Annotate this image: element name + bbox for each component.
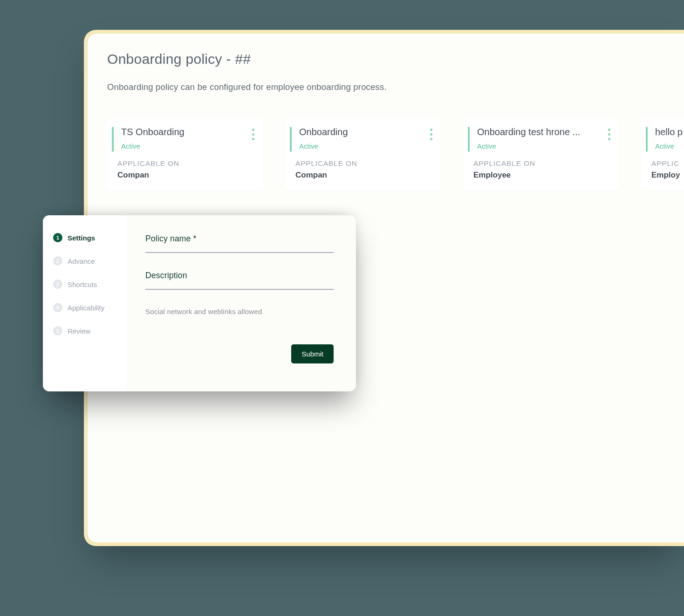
applicable-on-value: Employee bbox=[473, 171, 610, 180]
policy-card-title: hello p bbox=[651, 127, 684, 137]
step-applicability[interactable]: 4 Applicability bbox=[53, 303, 120, 312]
policy-card[interactable]: hello p Active APPLIC Employ bbox=[641, 118, 684, 190]
status-badge: Active bbox=[651, 142, 684, 150]
policy-card[interactable]: TS Onboarding Active APPLICABLE ON Compa… bbox=[107, 118, 263, 190]
input-underline bbox=[145, 252, 334, 253]
applicable-on-value: Employ bbox=[651, 171, 684, 180]
policy-cards-row: TS Onboarding Active APPLICABLE ON Compa… bbox=[107, 118, 664, 190]
policy-name-field[interactable]: Policy name * bbox=[145, 234, 334, 253]
step-label: Settings bbox=[68, 234, 95, 242]
policy-name-label: Policy name * bbox=[145, 234, 334, 244]
policy-card-title: Onboarding bbox=[295, 127, 412, 137]
applicable-on-value: Compan bbox=[295, 171, 432, 180]
step-number: 2 bbox=[53, 256, 62, 266]
policy-card-title: TS Onboarding bbox=[117, 127, 234, 137]
applicable-on-label: APPLICABLE ON bbox=[473, 159, 610, 168]
status-badge: Active bbox=[473, 142, 610, 150]
form-stepper: 1 Settings 2 Advance 2 Shortcuts 4 Appli… bbox=[43, 215, 127, 391]
card-accent bbox=[468, 127, 470, 152]
description-label: Description bbox=[145, 271, 334, 281]
page-subtitle: Onboarding policy can be configured for … bbox=[107, 82, 664, 92]
step-number: 2 bbox=[53, 280, 62, 289]
step-settings[interactable]: 1 Settings bbox=[53, 233, 120, 242]
step-label: Shortcuts bbox=[68, 281, 97, 288]
card-accent bbox=[112, 127, 114, 152]
step-label: Applicability bbox=[68, 304, 104, 312]
card-accent bbox=[290, 127, 292, 152]
description-field[interactable]: Description bbox=[145, 271, 334, 290]
form-body: Policy name * Description Social network… bbox=[127, 215, 356, 391]
policy-card[interactable]: Onboarding Active APPLICABLE ON Compan bbox=[285, 118, 441, 190]
page-title: Onboarding policy - ## bbox=[107, 51, 664, 67]
applicable-on-value: Compan bbox=[117, 171, 254, 180]
applicable-on-label: APPLIC bbox=[651, 159, 684, 168]
step-label: Review bbox=[68, 327, 90, 335]
form-hint: Social network and weblinks allowed bbox=[145, 308, 334, 315]
status-badge: Active bbox=[295, 142, 432, 150]
policy-card-title: Onboarding test hrone ... bbox=[473, 127, 590, 137]
step-number: 5 bbox=[53, 326, 62, 335]
applicable-on-label: APPLICABLE ON bbox=[295, 159, 432, 168]
status-badge: Active bbox=[117, 142, 254, 150]
step-number: 4 bbox=[53, 303, 62, 312]
step-label: Advance bbox=[68, 257, 95, 265]
step-shortcuts[interactable]: 2 Shortcuts bbox=[53, 280, 120, 289]
kebab-icon[interactable] bbox=[606, 127, 612, 142]
kebab-icon[interactable] bbox=[428, 127, 434, 142]
input-underline bbox=[145, 289, 334, 290]
step-review[interactable]: 5 Review bbox=[53, 326, 120, 335]
submit-button[interactable]: Submit bbox=[291, 344, 334, 363]
step-advance[interactable]: 2 Advance bbox=[53, 256, 120, 266]
card-accent bbox=[646, 127, 648, 152]
kebab-icon[interactable] bbox=[250, 127, 256, 142]
applicable-on-label: APPLICABLE ON bbox=[117, 159, 254, 168]
policy-card[interactable]: Onboarding test hrone ... Active APPLICA… bbox=[463, 118, 619, 190]
policy-form-panel: 1 Settings 2 Advance 2 Shortcuts 4 Appli… bbox=[43, 215, 356, 391]
step-number: 1 bbox=[53, 233, 62, 242]
